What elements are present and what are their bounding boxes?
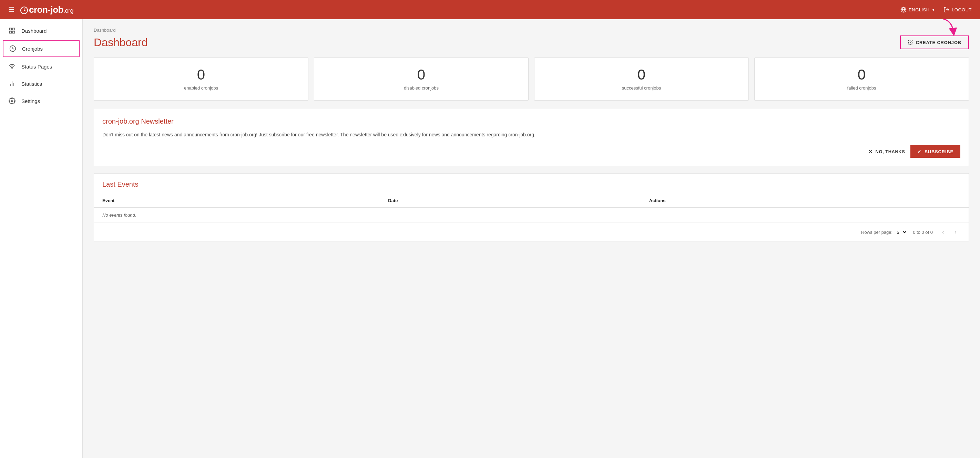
newsletter-title: cron-job.org Newsletter (102, 117, 960, 125)
events-table-head: Event Date Actions (94, 194, 969, 208)
col-date: Date (380, 194, 641, 208)
sidebar-item-cronjobs-label: Cronjobs (22, 46, 43, 52)
events-table: Event Date Actions No events found. (94, 194, 969, 223)
globe-icon (900, 6, 907, 13)
svg-point-13 (11, 100, 13, 102)
logo-clock-icon (20, 6, 28, 14)
logout-label: LOGOUT (952, 7, 972, 13)
table-row-empty: No events found. (94, 208, 969, 223)
sidebar-item-status-pages-label: Status Pages (21, 64, 52, 70)
sidebar: Dashboard Cronjobs Status Pages (0, 19, 83, 458)
pagination-next-button[interactable]: › (951, 227, 960, 237)
events-table-body: No events found. (94, 208, 969, 223)
sidebar-item-dashboard[interactable]: Dashboard (0, 22, 82, 39)
stat-failed-label: failed cronjobs (762, 86, 962, 90)
stat-successful-label: successful cronjobs (541, 86, 741, 90)
pagination-prev-button[interactable]: ‹ (938, 227, 948, 237)
topnav-right-actions: ENGLISH ▼ LOGOUT (900, 6, 972, 13)
no-thanks-button[interactable]: ✕ NO, THANKS (869, 149, 905, 154)
stat-enabled-value: 0 (101, 68, 301, 82)
sidebar-item-dashboard-label: Dashboard (21, 28, 46, 34)
app-logo: cron-job.org (20, 5, 900, 15)
events-table-header-row: Event Date Actions (94, 194, 969, 208)
stat-disabled-label: disabled cronjobs (321, 86, 521, 90)
rows-per-page-select[interactable]: 5 10 25 (895, 229, 907, 235)
newsletter-text: Don't miss out on the latest news and an… (102, 131, 960, 138)
alarm-clock-icon (908, 40, 913, 45)
app-layout: Dashboard Cronjobs Status Pages (0, 19, 980, 458)
sidebar-item-cronjobs[interactable]: Cronjobs (3, 40, 80, 57)
create-cronjob-button[interactable]: CREATE CRONJOB (900, 35, 969, 49)
stat-card-enabled: 0 enabled cronjobs (94, 57, 309, 101)
stat-enabled-label: enabled cronjobs (101, 86, 301, 90)
col-actions: Actions (641, 194, 969, 208)
clock-icon (9, 45, 16, 52)
stat-disabled-value: 0 (321, 68, 521, 82)
svg-rect-5 (13, 28, 15, 30)
stat-card-successful: 0 successful cronjobs (534, 57, 749, 101)
top-navigation: ☰ cron-job.org ENGLISH ▼ LOGOUT (0, 0, 980, 19)
newsletter-actions: ✕ NO, THANKS ✓ SUBSCRIBE (102, 145, 960, 158)
sidebar-item-statistics-label: Statistics (21, 81, 42, 87)
no-thanks-label: NO, THANKS (876, 149, 905, 154)
pagination-info: 0 to 0 of 0 (913, 230, 933, 235)
rows-per-page-control: Rows per page: 5 10 25 (861, 229, 907, 235)
sidebar-item-status-pages[interactable]: Status Pages (0, 58, 82, 75)
sidebar-item-settings[interactable]: Settings (0, 92, 82, 109)
stat-card-failed: 0 failed cronjobs (754, 57, 969, 101)
language-selector[interactable]: ENGLISH ▼ (900, 6, 935, 13)
arrow-annotation (931, 19, 959, 35)
logo-text-suffix: .org (64, 7, 73, 14)
subscribe-button[interactable]: ✓ SUBSCRIBE (910, 145, 960, 158)
newsletter-card: cron-job.org Newsletter Don't miss out o… (94, 109, 969, 166)
logout-icon (943, 6, 950, 13)
chevron-down-icon: ▼ (932, 8, 935, 12)
stat-failed-value: 0 (762, 68, 962, 82)
checkmark-icon: ✓ (917, 149, 922, 154)
subscribe-label: SUBSCRIBE (924, 149, 953, 154)
stat-card-disabled: 0 disabled cronjobs (314, 57, 528, 101)
pagination-arrows: ‹ › (938, 227, 960, 237)
last-events-header: Last Events (94, 174, 969, 189)
last-events-card: Last Events Event Date Actions No events… (94, 173, 969, 241)
logout-button[interactable]: LOGOUT (943, 6, 972, 13)
col-event: Event (94, 194, 380, 208)
logo-text-bold: cron-job (29, 5, 64, 15)
create-cronjob-label: CREATE CRONJOB (916, 40, 961, 45)
signal-icon (8, 63, 16, 70)
svg-rect-7 (13, 31, 15, 33)
table-footer: Rows per page: 5 10 25 0 to 0 of 0 ‹ › (94, 223, 969, 241)
page-title-row: Dashboard CREATE CRONJOB (94, 35, 969, 49)
svg-rect-4 (10, 28, 12, 30)
stats-grid: 0 enabled cronjobs 0 disabled cronjobs 0… (94, 57, 969, 101)
svg-rect-6 (10, 31, 12, 33)
empty-message: No events found. (94, 208, 969, 223)
rows-per-page-label: Rows per page: (861, 230, 892, 235)
last-events-title: Last Events (102, 181, 960, 189)
page-title: Dashboard (94, 36, 148, 49)
sidebar-item-statistics[interactable]: Statistics (0, 75, 82, 92)
svg-point-9 (12, 68, 13, 69)
x-icon: ✕ (869, 149, 873, 154)
language-label: ENGLISH (909, 7, 930, 13)
bar-chart-icon (8, 80, 16, 87)
main-content: Dashboard Dashboard CREATE (83, 19, 980, 458)
breadcrumb: Dashboard (94, 27, 969, 33)
create-btn-wrapper: CREATE CRONJOB (900, 35, 969, 49)
gear-icon (8, 97, 16, 105)
grid-icon (8, 27, 16, 35)
hamburger-menu-icon[interactable]: ☰ (8, 5, 14, 14)
sidebar-item-settings-label: Settings (21, 98, 40, 104)
stat-successful-value: 0 (541, 68, 741, 82)
